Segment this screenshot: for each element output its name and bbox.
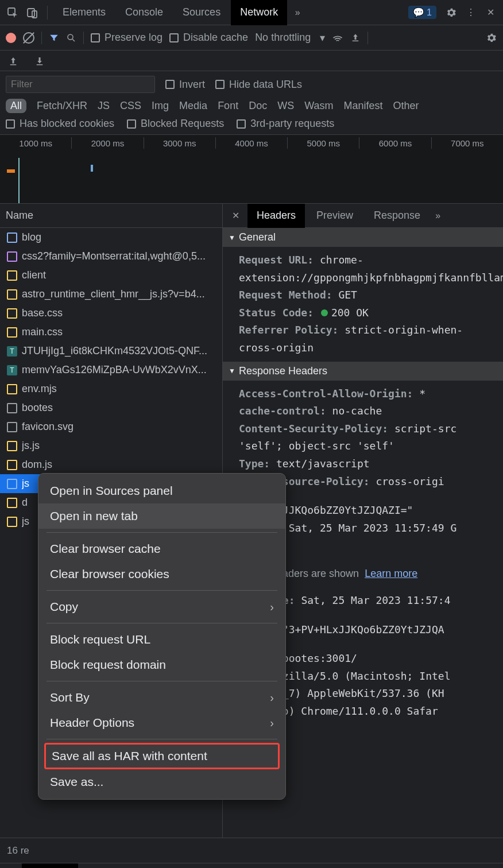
tab-sources[interactable]: Sources xyxy=(173,0,230,25)
timeline-tick: 6000 ms xyxy=(359,137,431,149)
tab-headers[interactable]: Headers xyxy=(247,204,305,228)
search-icon[interactable] xyxy=(66,33,76,43)
settings-gear-icon[interactable] xyxy=(442,3,461,22)
ctx-open-new-tab[interactable]: Open in new tab xyxy=(38,503,285,529)
type-fetch[interactable]: Fetch/XHR xyxy=(37,100,87,112)
ctx-clear-cookies[interactable]: Clear browser cookies xyxy=(38,561,285,587)
section-response-headers[interactable]: ▼Response Headers xyxy=(223,362,503,381)
upload-har-icon[interactable] xyxy=(350,33,361,43)
type-other[interactable]: Other xyxy=(393,100,419,112)
type-media[interactable]: Media xyxy=(179,100,207,112)
request-name: JTUHjIg1_i6t8kCHKm4532VJOt5-QNF... xyxy=(22,345,207,357)
file-type-icon xyxy=(7,498,17,508)
request-row[interactable]: bootes xyxy=(0,398,222,417)
file-type-icon xyxy=(7,232,17,243)
timeline-tick: 2000 ms xyxy=(71,137,143,149)
request-row[interactable]: env.mjs xyxy=(0,379,222,398)
separator xyxy=(47,739,277,739)
request-name: favicon.svg xyxy=(22,421,73,433)
ctx-save-as[interactable]: Save as... xyxy=(38,769,285,795)
drawer-tab-console[interactable]: Console xyxy=(22,863,78,869)
request-row[interactable]: TmemvYaGs126MiZpBA-UvWbX2vVnX... xyxy=(0,361,222,379)
close-details-icon[interactable]: ✕ xyxy=(226,210,245,221)
svg-rect-6 xyxy=(37,64,43,65)
third-party-checkbox[interactable]: 3rd-party requests xyxy=(237,118,334,130)
request-row[interactable]: base.css xyxy=(0,304,222,323)
clear-button[interactable] xyxy=(23,32,34,44)
section-general[interactable]: ▼General xyxy=(223,228,503,247)
type-doc[interactable]: Doc xyxy=(249,100,267,112)
blocked-requests-checkbox[interactable]: Blocked Requests xyxy=(127,118,224,130)
tab-response[interactable]: Response xyxy=(365,204,430,228)
type-ws[interactable]: WS xyxy=(277,100,294,112)
ctx-header-options-submenu[interactable]: Header Options› xyxy=(38,710,285,735)
import-export-row xyxy=(0,51,503,71)
throttling-select[interactable]: No throttling ▾ xyxy=(255,32,325,44)
tab-elements[interactable]: Elements xyxy=(53,0,115,25)
learn-more-link[interactable]: Learn more xyxy=(365,568,417,579)
separator xyxy=(41,32,42,44)
ctx-clear-cache[interactable]: Clear browser cache xyxy=(38,536,285,561)
tab-preview[interactable]: Preview xyxy=(307,204,362,228)
network-toolbar: Preserve log Disable cache No throttling… xyxy=(0,25,503,51)
file-type-icon xyxy=(7,441,17,451)
request-row[interactable]: client xyxy=(0,266,222,285)
ctx-copy-submenu[interactable]: Copy› xyxy=(38,594,285,619)
svg-rect-4 xyxy=(353,40,359,41)
download-icon[interactable] xyxy=(34,56,45,66)
column-header-name[interactable]: Name xyxy=(0,204,222,228)
issues-count: 1 xyxy=(427,7,432,18)
invert-checkbox[interactable]: Invert xyxy=(165,79,205,91)
ctx-open-sources[interactable]: Open in Sources panel xyxy=(38,478,285,503)
hide-data-urls-checkbox[interactable]: Hide data URLs xyxy=(215,79,302,91)
type-css[interactable]: CSS xyxy=(120,100,141,112)
request-row[interactable]: astro_runtime_client_hmr__js.js?v=b4... xyxy=(0,285,222,304)
request-row[interactable]: TJTUHjIg1_i6t8kCHKm4532VJOt5-QNF... xyxy=(0,342,222,361)
request-name: dom.js xyxy=(22,459,52,471)
request-row[interactable]: js.js xyxy=(0,436,222,455)
separator xyxy=(367,32,368,44)
filter-input[interactable] xyxy=(6,76,155,93)
type-wasm[interactable]: Wasm xyxy=(304,100,333,112)
timeline-overview[interactable]: 1000 ms 2000 ms 3000 ms 4000 ms 5000 ms … xyxy=(0,135,503,204)
request-row[interactable]: blog xyxy=(0,228,222,247)
request-row[interactable]: favicon.svg xyxy=(0,417,222,436)
network-conditions-icon[interactable] xyxy=(332,32,343,44)
tab-console[interactable]: Console xyxy=(116,0,172,25)
request-row[interactable]: main.css xyxy=(0,323,222,342)
record-button[interactable] xyxy=(6,33,16,43)
network-settings-icon[interactable] xyxy=(486,32,497,44)
svg-rect-5 xyxy=(10,64,17,65)
filter-toggle-icon[interactable] xyxy=(49,33,59,43)
chat-icon: 💬 xyxy=(413,7,424,18)
issues-badge[interactable]: 💬 1 xyxy=(408,6,436,19)
close-devtools-icon[interactable]: ✕ xyxy=(481,3,500,22)
chevron-right-icon: › xyxy=(270,716,274,730)
file-type-icon xyxy=(7,517,17,527)
ctx-sort-by-submenu[interactable]: Sort By› xyxy=(38,685,285,710)
type-manifest[interactable]: Manifest xyxy=(344,100,383,112)
has-blocked-cookies-checkbox[interactable]: Has blocked cookies xyxy=(6,118,114,130)
tab-network[interactable]: Network xyxy=(231,0,287,25)
more-tabs-icon[interactable]: » xyxy=(288,3,307,22)
ctx-block-url[interactable]: Block request URL xyxy=(38,627,285,652)
ctx-save-har[interactable]: Save all as HAR with content xyxy=(52,748,272,764)
device-toggle-icon[interactable] xyxy=(23,3,41,22)
more-tabs-icon[interactable]: » xyxy=(435,211,440,221)
kebab-menu-icon[interactable]: ⋮ xyxy=(462,3,480,22)
inspect-icon[interactable] xyxy=(3,3,22,22)
filter-bar: Invert Hide data URLs All Fetch/XHR JS C… xyxy=(0,71,503,135)
upload-icon[interactable] xyxy=(8,56,18,66)
ctx-block-domain[interactable]: Block request domain xyxy=(38,652,285,677)
request-name: js xyxy=(22,516,29,528)
separator xyxy=(47,590,277,591)
request-row[interactable]: dom.js xyxy=(0,455,222,474)
preserve-log-checkbox[interactable]: Preserve log xyxy=(91,32,162,44)
request-method-value: GET xyxy=(338,289,357,301)
type-all[interactable]: All xyxy=(6,99,26,113)
type-font[interactable]: Font xyxy=(218,100,238,112)
type-img[interactable]: Img xyxy=(152,100,169,112)
type-js[interactable]: JS xyxy=(98,100,110,112)
disable-cache-checkbox[interactable]: Disable cache xyxy=(169,32,248,44)
request-row[interactable]: css2?family=Montserrat:ital,wght@0,5... xyxy=(0,247,222,266)
